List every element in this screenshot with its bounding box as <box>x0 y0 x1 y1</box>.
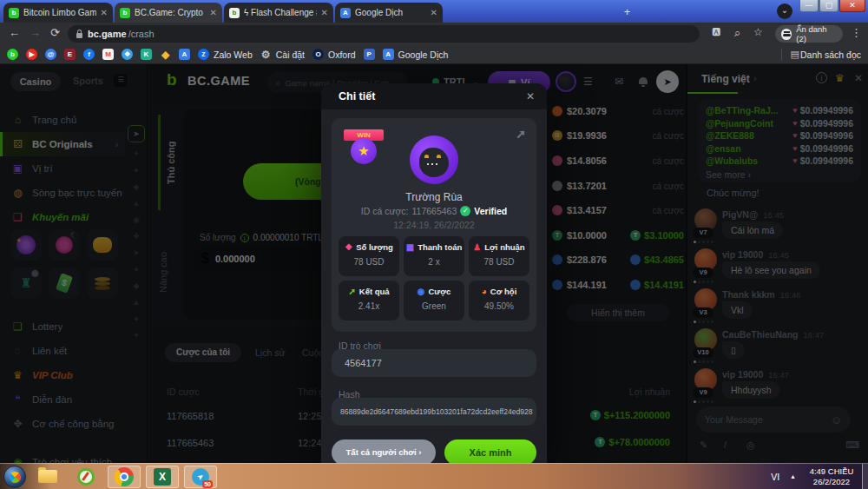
new-tab-button[interactable]: + <box>620 5 635 20</box>
bookmark-gmail-icon[interactable]: M <box>102 49 114 60</box>
clock-date: 26/2/2022 <box>806 477 857 487</box>
bookmark-youtube-icon[interactable]: ▶ <box>26 49 37 60</box>
bookmark-kucoin-icon[interactable]: K <box>141 49 152 60</box>
bookmark-bcgame-icon[interactable]: b <box>7 49 18 60</box>
translate-icon[interactable]: A <box>383 49 394 60</box>
stat-amount: ❖Số lượng 78 USD <box>339 236 399 276</box>
bet-icon: ◉ <box>418 287 425 296</box>
taskbar-clock[interactable]: 4:49 CHIỀU 26/2/2022 <box>806 466 857 487</box>
address-path: /crash <box>128 29 155 39</box>
minimize-button[interactable]: — <box>799 0 819 12</box>
close-window-button[interactable]: ✕ <box>839 0 865 12</box>
monster-avatar-icon <box>419 148 449 177</box>
verified-shield-icon: ✓ <box>460 206 470 216</box>
bookmark-star-icon[interactable]: ☆ <box>753 26 763 38</box>
tab-title: Google Dịch <box>355 8 426 17</box>
bookmark-settings[interactable]: Cài đặt <box>276 50 305 60</box>
notification-badge: 50 <box>202 480 213 488</box>
close-icon[interactable]: ✕ <box>210 8 217 17</box>
bet-details-modal: Chi tiết ✕ WIN ★ ➚ Trường Rùa ID cá cược… <box>321 83 547 463</box>
taskbar-game[interactable] <box>69 466 102 488</box>
oxford-icon[interactable]: O <box>312 49 324 60</box>
bet-stats-grid: ❖Số lượng 78 USD ▦Thanh toán 2 x ♟Lợi nh… <box>339 236 529 320</box>
bet-id-value: 117665463 <box>412 206 457 216</box>
taskbar-excel[interactable]: X <box>146 466 179 488</box>
bet-id-label: ID cá cược: <box>361 206 409 216</box>
incognito-icon <box>781 29 792 40</box>
close-icon[interactable]: ✕ <box>431 8 437 17</box>
game-id-field[interactable]: 4564177 <box>332 349 536 377</box>
gear-icon[interactable]: ⚙ <box>260 49 272 60</box>
zoom-icon[interactable]: ⌕ <box>734 26 740 40</box>
zalo-icon[interactable]: Z <box>198 49 209 60</box>
system-tray: VI ▲ 4:49 CHIỀU 26/2/2022 <box>771 464 868 489</box>
stat-chance: ◕Cơ hội 49.50% <box>469 281 529 320</box>
star-icon: ★ <box>351 138 377 164</box>
taskbar-telegram[interactable]: ➤ 50 <box>184 466 217 488</box>
show-desktop-button[interactable] <box>862 464 868 489</box>
windows-flag-icon <box>7 469 23 485</box>
game-disc-icon <box>77 468 95 486</box>
profile-label: Ẩn danh (2) <box>796 24 837 43</box>
lock-icon <box>76 33 82 38</box>
incognito-profile-chip[interactable]: Ẩn danh (2) <box>775 25 843 43</box>
chart-up-icon: ➚ <box>348 287 355 296</box>
stat-result: ➚Kết quả 2.41x <box>339 281 399 320</box>
browser-tab-translate[interactable]: A Google Dịch ✕ <box>335 3 443 23</box>
forward-icon[interactable]: → <box>30 26 41 39</box>
back-icon[interactable]: ← <box>9 26 20 39</box>
reading-list-icon: ▤ <box>791 49 799 60</box>
bookmark-p-icon[interactable]: P <box>364 49 375 60</box>
maximize-button[interactable]: ▢ <box>819 0 838 12</box>
bookmark-share-icon[interactable]: ❖ <box>122 49 133 60</box>
bet-summary-card: WIN ★ ➚ Trường Rùa ID cá cược: 117665463… <box>332 118 536 332</box>
modal-close-icon[interactable]: ✕ <box>526 90 535 102</box>
bookmark-translate[interactable]: Google Dịch <box>398 50 449 60</box>
close-icon[interactable]: ✕ <box>321 8 328 17</box>
bcgame-favicon: b <box>120 8 130 18</box>
bookmarks-bar: b ▶ @ E f M ❖ K ◆ A Z Zalo Web ⚙ Cài đặt… <box>0 45 868 64</box>
reload-icon[interactable]: ⟳ <box>50 26 60 39</box>
telegram-icon: ➤ 50 <box>192 468 209 486</box>
folder-icon <box>38 470 57 483</box>
stat-profit: ♟Lợi nhuận 78 USD <box>469 236 529 276</box>
hash-field[interactable]: 86889de2d6647689ebd199b103201fa72dcd2eef… <box>332 398 536 426</box>
browser-tab-flash[interactable]: b ϟ Flash Challenge #2 ϟ - Flash Ch ✕ <box>224 3 333 23</box>
bookmark-zalo[interactable]: Zalo Web <box>214 50 253 60</box>
menu-dots-icon[interactable]: ⋮ <box>851 26 862 39</box>
translate-page-icon[interactable]: 🅰 <box>712 26 720 37</box>
modal-header: Chi tiết ✕ <box>321 83 547 109</box>
taskbar-chrome[interactable] <box>108 466 141 488</box>
bcgame-favicon: b <box>9 8 19 18</box>
browser-toolbar: ← → ⟳ bc.game/crash 🅰 ⌕ ☆ Ẩn danh (2) ⋮ <box>0 23 868 45</box>
browser-tab-bcgame[interactable]: b BC.Game: Crypto Casino Games ✕ <box>115 3 222 23</box>
stat-payout: ▦Thanh toán 2 x <box>404 236 464 276</box>
taskbar-explorer[interactable] <box>31 466 64 488</box>
coins-icon: ❖ <box>345 242 352 252</box>
bet-id-row: ID cá cược: 117665463 ✓ Verified <box>332 206 536 216</box>
page-viewport: Casino Sports ☰ ⌂ Trang chủ ⚄ BC Origina… <box>0 64 868 463</box>
tray-expand-icon[interactable]: ▲ <box>790 473 796 479</box>
address-bar[interactable]: bc.game/crash <box>68 25 700 43</box>
bookmark-facebook-icon[interactable]: f <box>83 49 95 60</box>
bookmark-e-icon[interactable]: E <box>64 49 76 60</box>
bookmark-oxford[interactable]: Oxford <box>328 50 356 60</box>
reading-list[interactable]: ▤ Danh sách đọc <box>781 49 861 60</box>
excel-icon: X <box>154 468 171 486</box>
language-indicator[interactable]: VI <box>771 472 779 482</box>
clock-time: 4:49 CHIỀU <box>806 466 857 477</box>
verify-button[interactable]: Xác minh <box>444 439 536 463</box>
all-players-button[interactable]: Tất cả người chơi › <box>332 439 436 463</box>
share-icon[interactable]: ➚ <box>516 127 526 141</box>
bookmark-at-icon[interactable]: @ <box>45 49 56 60</box>
card-icon: ▦ <box>406 242 414 252</box>
tab-search-chevron-icon[interactable]: ⌄ <box>777 3 792 19</box>
player-avatar[interactable] <box>410 135 458 184</box>
close-icon[interactable]: ✕ <box>101 8 108 17</box>
browser-tab-limbo[interactable]: b Bitcoin Limbo Game - Play Limbo ✕ <box>3 3 113 23</box>
taskbar: X ➤ 50 VI ▲ 4:49 CHIỀU 26/2/2022 <box>0 463 868 489</box>
modal-title: Chi tiết <box>339 90 375 102</box>
start-button[interactable] <box>3 466 26 488</box>
bookmark-binance-icon[interactable]: ◆ <box>160 49 171 60</box>
bookmark-translate-icon[interactable]: A <box>179 49 190 60</box>
